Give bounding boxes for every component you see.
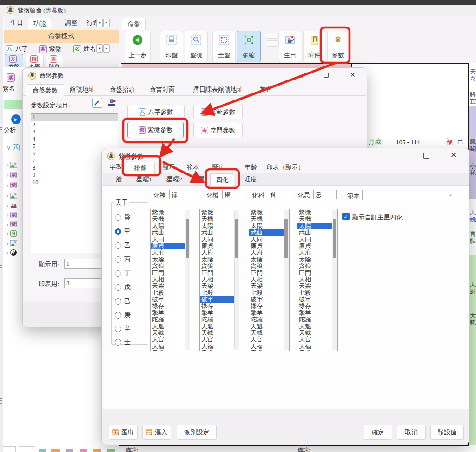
dialog1-tab-其它[interactable]: 其它 <box>257 84 275 95</box>
star-item[interactable]: 天同 <box>249 236 284 243</box>
star-item[interactable]: 太陰 <box>200 256 235 263</box>
star-item[interactable]: 貪狼 <box>249 263 284 269</box>
stem-radio-癸[interactable] <box>115 214 121 221</box>
star-item[interactable]: 天福 <box>249 343 284 350</box>
star-item[interactable]: 天機 <box>298 216 333 222</box>
star-item[interactable]: 天相 <box>249 276 284 283</box>
滙入-button[interactable]: 滙入 <box>142 425 171 440</box>
star-item[interactable]: 破軍 <box>200 296 235 303</box>
bottom-color-tab[interactable] <box>39 449 46 452</box>
star-item[interactable]: 陀羅 <box>298 316 333 323</box>
stem-radio-壬[interactable] <box>115 339 121 346</box>
stem-radio-庚[interactable] <box>115 312 121 319</box>
toolbar-印盤[interactable]: 印盤 <box>160 31 183 62</box>
star-item[interactable]: 破軍 <box>298 296 333 303</box>
star-item[interactable]: 天魁 <box>298 323 333 330</box>
style-scroll-left-icon[interactable]: ◄ <box>96 44 103 53</box>
star-item[interactable]: 七殺 <box>151 290 186 296</box>
star-item[interactable]: 紫微 <box>200 209 235 216</box>
dialog2-tab-曆法[interactable]: 曆法 <box>210 162 226 173</box>
star-item[interactable]: 天梁 <box>298 283 333 289</box>
化科-input[interactable]: 科 <box>268 190 291 199</box>
tab-生日[interactable]: 生日 <box>7 18 27 28</box>
template-select[interactable]: ⌄ <box>362 190 456 200</box>
star-item[interactable]: 太陽 <box>200 223 235 229</box>
dialog2-subtab-星曜1[interactable]: 星曜1 <box>133 173 155 186</box>
化祿-star-list[interactable]: 紫微天機太陽武曲天同廉貞天府太陰貪狼巨門天相天梁七殺破軍祿存擎羊陀羅天魁天鉞天官… <box>150 209 191 351</box>
stem-radio-丙[interactable] <box>115 256 121 263</box>
star-item[interactable]: 紫微 <box>151 209 186 216</box>
tab-scroll-left-icon[interactable]: ◄ <box>96 19 103 27</box>
scrollbar[interactable] <box>332 210 337 350</box>
派別設定-button[interactable]: 派別設定 <box>177 425 217 440</box>
style-button-隨身[interactable]: 四隨身 <box>46 54 63 67</box>
dialog2-tab-印表（顯示）[interactable]: 印表（顯示） <box>263 162 308 173</box>
toolbar-參數[interactable]: ⚙參數 <box>327 31 349 62</box>
toolbar-附件[interactable]: 附件 <box>303 31 325 62</box>
star-item[interactable]: 天福 <box>298 343 333 350</box>
star-item[interactable]: 天府 <box>200 249 235 256</box>
style-tab-八字[interactable]: 八八字 <box>6 43 36 54</box>
bottom-color-tab[interactable] <box>107 449 115 452</box>
star-item[interactable]: 陀羅 <box>151 316 186 323</box>
化科-star-list[interactable]: 紫微天機太陽武曲天同廉貞天府太陰貪狼巨門天相天梁七殺破軍祿存擎羊陀羅天魁天鉞天官… <box>249 209 290 351</box>
dialog2-maximize-button[interactable] <box>423 153 429 160</box>
star-item[interactable]: 武曲 <box>298 229 333 236</box>
analyze-label[interactable]: 分析 <box>4 126 21 134</box>
scrollbar[interactable] <box>234 210 239 350</box>
star-item[interactable]: 貪狼 <box>200 263 235 269</box>
dialog2-tab-字型[interactable]: 字型 <box>107 162 124 173</box>
star-item[interactable]: 紫微 <box>249 209 284 216</box>
scrollbar-thumb[interactable] <box>186 219 189 258</box>
star-item[interactable]: 巨門 <box>200 270 235 276</box>
bottom-color-tab[interactable] <box>93 449 101 452</box>
dialog1-maximize-button[interactable] <box>324 73 329 79</box>
star-item[interactable]: 陀羅 <box>249 316 284 323</box>
star-item[interactable]: 天虛 <box>200 350 235 351</box>
toolbar-全盤[interactable]: 全盤 <box>212 31 236 62</box>
star-item[interactable]: 祿存 <box>200 303 235 309</box>
tab-chart[interactable]: 命盤 <box>122 18 146 30</box>
紫微參數-button[interactable]: 紫紫微參數 <box>127 122 184 138</box>
style-button-外圈[interactable]: 四外圈 <box>26 54 44 67</box>
star-item[interactable]: 天府 <box>249 249 284 256</box>
dialog1-tab-命盤抬頭[interactable]: 命盤抬頭 <box>106 84 139 95</box>
化祿-input[interactable]: 祿 <box>169 190 192 199</box>
star-item[interactable]: 天機 <box>151 216 186 222</box>
bottom-color-tab[interactable] <box>80 449 87 452</box>
stamp-icon[interactable] <box>106 98 117 108</box>
star-item[interactable]: 天鉞 <box>151 330 186 336</box>
scrollbar[interactable] <box>185 210 190 350</box>
tree-item[interactable]: › <box>7 191 22 199</box>
star-item[interactable]: 太陽 <box>151 223 186 229</box>
star-item[interactable]: 太陽 <box>298 223 333 229</box>
tree-item[interactable]: › <box>7 239 22 247</box>
dialog2-subtab-星曜2[interactable]: 星曜2 <box>164 173 185 186</box>
style-button-方盤[interactable]: 方方盤 <box>5 54 23 67</box>
tree-item[interactable]: ›紫 <box>7 220 22 228</box>
star-item[interactable]: 太陰 <box>151 256 186 263</box>
確定-button[interactable]: 確定 <box>364 425 392 440</box>
star-item[interactable]: 天同 <box>200 236 235 243</box>
toolbar-生日[interactable]: 生日 <box>279 31 301 62</box>
tree-item[interactable]: ›紫 <box>7 181 22 189</box>
star-item[interactable]: 天官 <box>249 336 284 343</box>
toolbar-張縮[interactable]: 張縮 <box>237 31 261 62</box>
star-item[interactable]: 擎羊 <box>200 310 235 316</box>
star-item[interactable]: 天梁 <box>200 283 235 289</box>
star-item[interactable]: 七殺 <box>298 290 333 296</box>
star-item[interactable]: 天虛 <box>151 350 186 351</box>
toolbar-盤視[interactable]: 盤視 <box>185 31 208 62</box>
scrollbar-thumb[interactable] <box>235 219 238 258</box>
star-item[interactable]: 貪狼 <box>151 263 186 269</box>
analyze-icon[interactable]: ▶ <box>11 114 21 124</box>
show-custom-sihua-checkbox[interactable]: ✓ <box>342 213 350 220</box>
tree-item[interactable]: › <box>7 160 22 169</box>
stem-radio-戊[interactable] <box>115 284 121 291</box>
tab-功能[interactable]: 功能 <box>28 18 51 29</box>
star-item[interactable]: 破軍 <box>151 296 186 303</box>
化忌-input[interactable]: 忌 <box>313 190 337 199</box>
star-item[interactable]: 廉貞 <box>298 243 333 249</box>
star-item[interactable]: 天福 <box>200 343 235 350</box>
stem-radio-甲[interactable] <box>115 228 121 235</box>
